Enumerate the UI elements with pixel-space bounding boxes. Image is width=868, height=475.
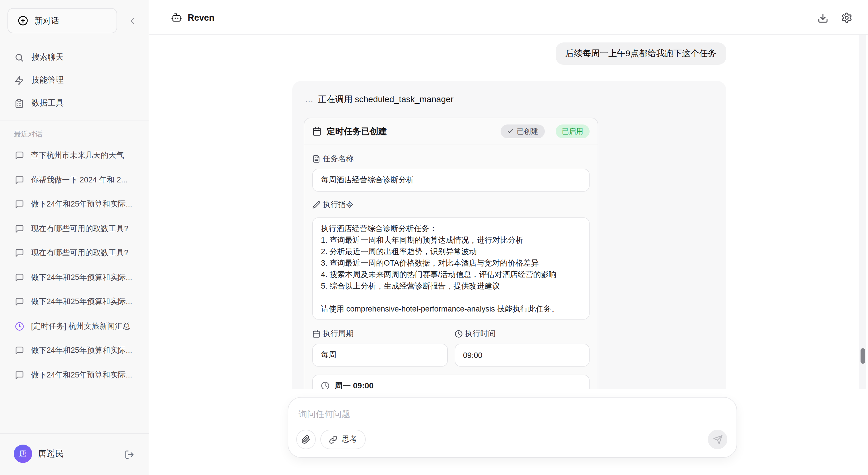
chat-icon xyxy=(15,273,24,282)
sidebar-divider xyxy=(0,120,149,121)
conversation-list: 查下杭州市未来几天的天气 你帮我做一下 2024 年和 2... 做下24年和2… xyxy=(0,143,149,387)
status-badge-enabled: 已启用 xyxy=(555,125,590,138)
status-badge-created: 已创建 xyxy=(501,125,545,138)
chat-icon xyxy=(15,224,24,234)
tool-call-status-text: 正在调用 scheduled_task_manager xyxy=(318,94,454,105)
download-icon xyxy=(817,12,828,23)
task-name-label: 任务名称 xyxy=(312,153,590,165)
scrollbar-thumb[interactable] xyxy=(860,348,865,364)
schedule-summary: 周一 09:00 xyxy=(312,375,590,389)
conversation-item[interactable]: 做下24年和25年预算和实际... xyxy=(0,363,149,387)
conversation-item[interactable]: 现在有哪些可用的取数工具? xyxy=(0,241,149,265)
calendar-icon xyxy=(312,127,321,136)
chat-icon xyxy=(15,298,24,307)
app-name: Reven xyxy=(188,12,214,23)
sidebar-item-search-chats[interactable]: 搜索聊天 xyxy=(0,46,149,69)
chat-icon xyxy=(15,175,24,185)
app: 新对话 搜索聊天 技能管理 数据工具 最近对话 查下杭州市未来几天的 xyxy=(0,0,868,475)
schedule-labels-row: 执行周期 每周 执行时间 09:00 xyxy=(312,328,590,367)
cycle-label: 执行周期 xyxy=(312,328,447,340)
sidebar-menu: 搜索聊天 技能管理 数据工具 xyxy=(0,46,149,115)
chat-icon xyxy=(15,371,24,380)
gear-icon xyxy=(841,12,852,24)
calendar-icon xyxy=(312,330,320,338)
search-icon xyxy=(14,53,24,62)
send-icon xyxy=(713,435,722,444)
app-logo: Reven xyxy=(171,0,214,35)
sidebar-item-skills[interactable]: 技能管理 xyxy=(0,69,149,92)
conversation-item-scheduled-task[interactable]: [定时任务] 杭州文旅新闻汇总 xyxy=(0,314,149,338)
bot-icon xyxy=(171,12,182,23)
chat-icon xyxy=(15,346,24,355)
topbar: Reven xyxy=(149,0,868,35)
user-profile[interactable]: 唐 唐遥民 xyxy=(0,433,149,475)
sidebar: 新对话 搜索聊天 技能管理 数据工具 最近对话 查下杭州市未来几天的 xyxy=(0,0,149,475)
check-icon xyxy=(507,128,514,135)
clock-icon xyxy=(15,322,24,331)
loading-dots: … xyxy=(305,94,313,105)
zap-icon xyxy=(14,75,24,85)
composer: 思考 xyxy=(288,397,737,458)
message-input[interactable] xyxy=(299,407,701,420)
sidebar-item-label: 搜索聊天 xyxy=(32,52,64,63)
instructions-label: 执行指令 xyxy=(312,199,590,210)
send-button[interactable] xyxy=(708,430,727,449)
sidebar-item-label: 数据工具 xyxy=(32,98,64,108)
file-text-icon xyxy=(312,155,320,163)
sidebar-collapse-button[interactable] xyxy=(124,12,140,29)
settings-button[interactable] xyxy=(840,11,853,24)
conversation-item[interactable]: 做下24年和25年预算和实际... xyxy=(0,290,149,314)
time-field[interactable]: 09:00 xyxy=(454,344,590,367)
link-icon xyxy=(329,435,338,444)
clipboard-icon xyxy=(14,98,24,108)
chat-scroll-area: 后续每周一上午9点都给我跑下这个任务 … 正在调用 scheduled_task… xyxy=(149,35,868,389)
cycle-field[interactable]: 每周 xyxy=(312,344,447,367)
task-name-field[interactable]: 每周酒店经营综合诊断分析 xyxy=(312,169,590,192)
think-label: 思考 xyxy=(342,434,357,445)
task-card-title: 定时任务已创建 xyxy=(327,126,495,137)
conversation-item[interactable]: 现在有哪些可用的取数工具? xyxy=(0,216,149,241)
conversation-item[interactable]: 查下杭州市未来几天的天气 xyxy=(0,143,149,168)
schedule-summary-text: 周一 09:00 xyxy=(335,381,373,389)
task-card-header: 定时任务已创建 已创建 已启用 xyxy=(304,118,598,144)
time-label: 执行时间 xyxy=(454,328,590,340)
think-toggle-button[interactable]: 思考 xyxy=(320,430,366,449)
new-chat-button[interactable]: 新对话 xyxy=(7,8,117,33)
user-name: 唐遥民 xyxy=(38,449,64,460)
pencil-icon xyxy=(312,201,320,209)
scrollbar-track[interactable] xyxy=(859,35,866,389)
assistant-message: … 正在调用 scheduled_task_manager 定时任务已创建 已创… xyxy=(292,81,726,389)
conversation-item[interactable]: 做下24年和25年预算和实际... xyxy=(0,192,149,216)
user-message-bubble: 后续每周一上午9点都给我跑下这个任务 xyxy=(555,42,726,65)
conversation-item[interactable]: 你帮我做一下 2024 年和 2... xyxy=(0,168,149,192)
instructions-field[interactable]: 执行酒店经营综合诊断分析任务： 1. 查询最近一周和去年同期的预算达成情况，进行… xyxy=(312,217,590,319)
clock-icon xyxy=(454,330,462,338)
conversation-item[interactable]: 做下24年和25年预算和实际... xyxy=(0,265,149,290)
conversation-item[interactable]: 做下24年和25年预算和实际... xyxy=(0,338,149,363)
new-chat-label: 新对话 xyxy=(34,15,59,26)
download-button[interactable] xyxy=(816,11,829,24)
scheduled-task-card: 定时任务已创建 已创建 已启用 任务名称 每周酒店经营综合诊断分析 xyxy=(304,117,598,389)
clock-icon xyxy=(321,381,330,389)
chat-icon xyxy=(15,249,24,258)
chat-icon xyxy=(15,200,24,209)
tool-call-status: … 正在调用 scheduled_task_manager xyxy=(305,94,454,105)
chat-icon xyxy=(15,151,24,160)
chevron-left-icon xyxy=(127,16,137,26)
logout-icon xyxy=(124,449,134,459)
sidebar-item-data-tools[interactable]: 数据工具 xyxy=(0,92,149,115)
sidebar-item-label: 技能管理 xyxy=(32,75,64,86)
paperclip-icon xyxy=(301,435,311,444)
task-card-body: 任务名称 每周酒店经营综合诊断分析 执行指令 执行酒店经营综合诊断分析任务： 1… xyxy=(304,145,598,389)
plus-circle-icon xyxy=(18,15,28,26)
recent-conversations-label: 最近对话 xyxy=(14,130,42,139)
attach-button[interactable] xyxy=(296,430,316,449)
logout-button[interactable] xyxy=(123,448,135,461)
avatar: 唐 xyxy=(14,445,32,463)
